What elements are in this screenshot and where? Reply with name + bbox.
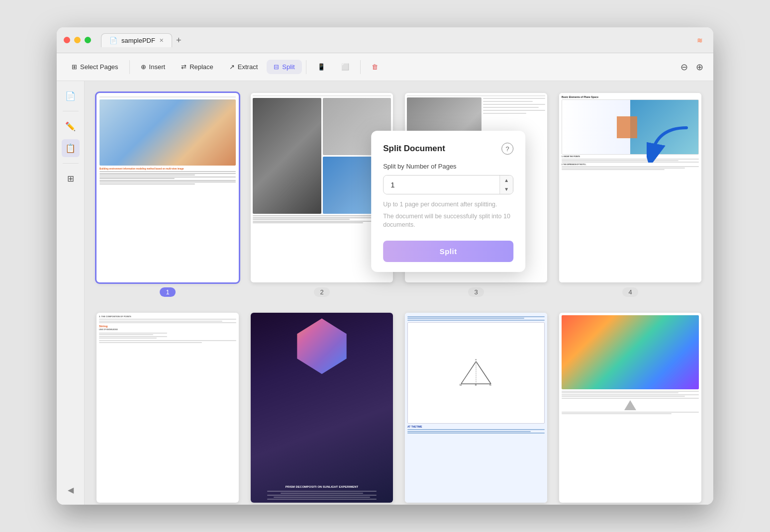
spinner-arrows: ▲ ▼ [499,176,513,194]
svg-text:M: M [460,383,462,386]
extract-icon: ↗ [229,63,235,71]
page8-content [559,313,701,502]
svg-line-1 [461,361,476,384]
svg-text:N: N [489,383,491,386]
page-thumb-7[interactable]: A M N B AT THETIME [405,313,547,502]
modal-title: Split Document [383,144,445,154]
split-icon: ⊟ [274,63,279,71]
toolbar: ⊞ Select Pages ⊕ Insert ⇄ Replace ↗ Extr… [57,53,713,81]
tab-samplepdf[interactable]: 📄 samplePDF ✕ [101,33,172,47]
sidebar-item-pages[interactable]: 📄 [62,87,80,105]
spinner-down-arrow[interactable]: ▼ [500,185,513,194]
zoom-out-icon: ⊖ [680,62,688,72]
page-thumb-1[interactable]: Building environment information modelin… [96,93,239,282]
sidebar-item-thumbnail[interactable]: ⊞ [62,170,80,187]
app-window: 📄 samplePDF ✕ + ≋ ⊞ Select Pages ⊕ Inser… [57,27,713,505]
list-item: A M N B AT THETIME 7 [405,313,547,505]
spinner-up-arrow[interactable]: ▲ [500,176,513,185]
page-count-input[interactable] [384,176,499,194]
extract-label: Extract [238,63,258,71]
sidebar-separator-2 [63,163,79,164]
list-item: Building environment information modelin… [96,93,239,297]
phone-icon: 📱 [317,63,325,71]
page-thumb-5[interactable]: 3. THE COMPOSITION OF POINTS String LINE… [96,313,239,502]
main-layout: 📄 ✏️ 📋 ⊞ ◀ Building environment informat… [57,81,713,505]
trash-icon: 🗑 [372,63,378,71]
insert-icon: ⊕ [141,63,146,71]
page-grid-area[interactable]: Building environment information modelin… [85,81,713,505]
split-confirm-button[interactable]: Split [383,241,513,262]
extract-button[interactable]: ↗ Extract [222,60,265,74]
modal-header: Split Document ? [383,143,513,155]
page-thumb-4[interactable]: Basic Elements of Plane Space 1. KNOW TH… [559,93,701,282]
left-sidebar: 📄 ✏️ 📋 ⊞ ◀ [57,81,85,505]
page-thumb-6[interactable]: PRISM DECOMPOSITI ON SUNLIGHT EXPERIMENT [251,313,393,502]
zoom-controls: ⊖ ⊕ [678,60,705,75]
delete-button[interactable]: 🗑 [365,60,385,74]
columns-button[interactable]: ⬜ [334,60,356,74]
page-number-4: 4 [622,287,638,297]
page5-content: 3. THE COMPOSITION OF POINTS String LINE… [96,313,239,502]
modal-help-button[interactable]: ? [501,143,513,155]
toolbar-separator-1 [129,60,130,74]
svg-line-2 [476,361,491,384]
page7-content: A M N B AT THETIME [405,313,547,502]
insert-button[interactable]: ⊕ Insert [134,60,173,74]
toolbar-separator-2 [306,60,306,74]
page1-content: Building environment information modelin… [96,93,239,282]
list-item: 8 [559,313,701,505]
split-label: Split [282,63,294,71]
select-pages-button[interactable]: ⊞ Select Pages [65,60,125,74]
replace-button[interactable]: ⇄ Replace [174,60,220,74]
page-number-1: 1 [160,287,175,297]
zoom-in-icon: ⊕ [696,62,703,72]
modal-subtitle: Split by Number of Pages [383,163,513,170]
list-item: 3. THE COMPOSITION OF POINTS String LINE… [96,313,239,505]
toolbar-separator-3 [360,60,361,74]
split-document-modal: Split Document ? Split by Number of Page… [371,131,525,272]
tabs-area: 📄 samplePDF ✕ + [101,33,181,47]
sidebar-collapse-button[interactable]: ◀ [62,481,80,499]
columns-icon: ⬜ [341,63,349,71]
brand-icon: ≋ [697,36,702,44]
sidebar-item-annotate[interactable]: ✏️ [62,117,80,135]
page6-content: PRISM DECOMPOSITI ON SUNLIGHT EXPERIMENT [251,313,393,502]
insert-label: Insert [149,63,166,71]
svg-text:A: A [475,359,477,361]
tab-title: samplePDF [121,37,155,44]
page-number-2: 2 [314,287,329,297]
split-button[interactable]: ⊟ Split [267,60,301,74]
close-button[interactable] [64,37,70,43]
select-pages-icon: ⊞ [72,63,77,71]
list-item: Basic Elements of Plane Space 1. KNOW TH… [559,93,701,297]
tab-close-icon[interactable]: ✕ [159,37,164,44]
triangle-diagram: A M N B [459,359,493,386]
top-right-brand: ≋ [692,36,706,44]
page4-content: Basic Elements of Plane Space 1. KNOW TH… [559,93,701,282]
page-number-3: 3 [468,287,483,297]
list-item: PRISM DECOMPOSITI ON SUNLIGHT EXPERIMENT… [251,313,393,505]
sidebar-item-organize[interactable]: 📋 [62,139,80,157]
new-tab-button[interactable]: + [176,36,182,45]
fullscreen-button[interactable] [85,37,91,43]
traffic-lights [64,37,91,43]
modal-hint-1: Up to 1 page per document after splittin… [383,200,513,209]
modal-hint-2: The document will be successfully split … [383,212,513,230]
sidebar-separator-1 [63,111,79,111]
zoom-out-button[interactable]: ⊖ [678,60,690,75]
zoom-in-button[interactable]: ⊕ [694,60,705,75]
phone-view-button[interactable]: 📱 [310,60,332,74]
replace-icon: ⇄ [181,63,187,71]
page-count-input-row: ▲ ▼ [383,175,513,194]
replace-label: Replace [190,63,213,71]
select-pages-label: Select Pages [80,63,118,71]
titlebar: 📄 samplePDF ✕ + ≋ [57,27,713,53]
page-thumb-8[interactable] [559,313,701,502]
minimize-button[interactable] [74,37,81,43]
tab-icon: 📄 [109,37,117,44]
